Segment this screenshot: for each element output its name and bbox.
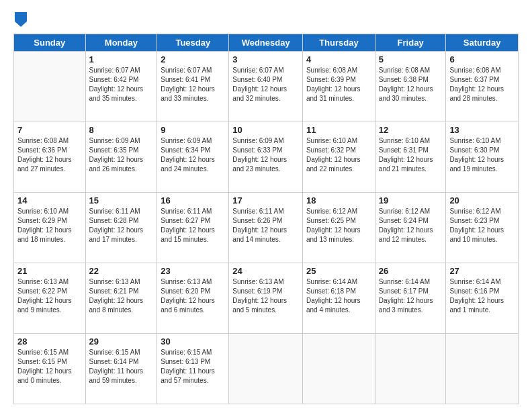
logo-icon [15, 12, 27, 27]
day-info: Sunrise: 6:08 AM Sunset: 6:37 PM Dayligh… [449, 66, 515, 103]
day-cell: 5Sunrise: 6:08 AM Sunset: 6:38 PM Daylig… [375, 52, 446, 122]
day-number: 20 [449, 195, 515, 205]
weekday-header-row: SundayMondayTuesdayWednesdayThursdayFrid… [14, 34, 519, 52]
day-number: 29 [89, 336, 154, 347]
day-info: Sunrise: 6:13 AM Sunset: 6:19 PM Dayligh… [232, 277, 299, 315]
day-cell: 8Sunrise: 6:09 AM Sunset: 6:35 PM Daylig… [85, 122, 157, 193]
weekday-header-saturday: Saturday [446, 34, 519, 52]
day-cell: 9Sunrise: 6:09 AM Sunset: 6:34 PM Daylig… [157, 122, 229, 193]
day-number: 19 [379, 195, 443, 205]
weekday-header-sunday: Sunday [14, 34, 86, 52]
day-cell [302, 334, 375, 404]
day-info: Sunrise: 6:15 AM Sunset: 6:13 PM Dayligh… [161, 348, 225, 385]
day-number: 21 [17, 266, 82, 276]
day-number: 10 [232, 125, 299, 135]
day-cell: 17Sunrise: 6:11 AM Sunset: 6:26 PM Dayli… [229, 193, 303, 263]
day-number: 14 [17, 195, 82, 205]
day-cell: 16Sunrise: 6:11 AM Sunset: 6:27 PM Dayli… [157, 193, 229, 263]
day-cell: 10Sunrise: 6:09 AM Sunset: 6:33 PM Dayli… [229, 122, 303, 193]
day-number: 6 [449, 54, 515, 64]
day-number: 11 [306, 125, 371, 135]
day-info: Sunrise: 6:14 AM Sunset: 6:18 PM Dayligh… [306, 277, 371, 315]
day-cell: 20Sunrise: 6:12 AM Sunset: 6:23 PM Dayli… [446, 193, 519, 263]
day-info: Sunrise: 6:07 AM Sunset: 6:40 PM Dayligh… [232, 66, 299, 103]
day-info: Sunrise: 6:15 AM Sunset: 6:14 PM Dayligh… [89, 348, 154, 385]
day-cell: 6Sunrise: 6:08 AM Sunset: 6:37 PM Daylig… [446, 52, 519, 122]
day-number: 7 [17, 125, 82, 135]
day-cell [375, 334, 446, 404]
day-number: 9 [161, 125, 225, 135]
day-info: Sunrise: 6:07 AM Sunset: 6:41 PM Dayligh… [161, 66, 225, 103]
week-row-3: 14Sunrise: 6:10 AM Sunset: 6:29 PM Dayli… [14, 193, 519, 263]
day-number: 27 [449, 266, 515, 276]
day-cell: 18Sunrise: 6:12 AM Sunset: 6:25 PM Dayli… [302, 193, 375, 263]
weekday-header-wednesday: Wednesday [229, 34, 303, 52]
day-info: Sunrise: 6:09 AM Sunset: 6:33 PM Dayligh… [232, 136, 299, 174]
week-row-2: 7Sunrise: 6:08 AM Sunset: 6:36 PM Daylig… [14, 122, 519, 193]
day-number: 3 [232, 54, 299, 64]
day-info: Sunrise: 6:12 AM Sunset: 6:23 PM Dayligh… [449, 207, 515, 244]
day-number: 12 [379, 125, 443, 135]
day-info: Sunrise: 6:11 AM Sunset: 6:28 PM Dayligh… [89, 207, 154, 244]
day-cell: 29Sunrise: 6:15 AM Sunset: 6:14 PM Dayli… [85, 334, 157, 404]
day-info: Sunrise: 6:11 AM Sunset: 6:26 PM Dayligh… [232, 207, 299, 244]
day-cell: 30Sunrise: 6:15 AM Sunset: 6:13 PM Dayli… [157, 334, 229, 404]
day-info: Sunrise: 6:15 AM Sunset: 6:15 PM Dayligh… [17, 348, 82, 385]
weekday-header-tuesday: Tuesday [157, 34, 229, 52]
day-info: Sunrise: 6:09 AM Sunset: 6:35 PM Dayligh… [89, 136, 154, 174]
day-info: Sunrise: 6:14 AM Sunset: 6:16 PM Dayligh… [449, 277, 515, 315]
week-row-5: 28Sunrise: 6:15 AM Sunset: 6:15 PM Dayli… [14, 334, 519, 404]
day-info: Sunrise: 6:13 AM Sunset: 6:20 PM Dayligh… [161, 277, 225, 315]
day-cell: 11Sunrise: 6:10 AM Sunset: 6:32 PM Dayli… [302, 122, 375, 193]
day-number: 16 [161, 195, 225, 205]
day-info: Sunrise: 6:11 AM Sunset: 6:27 PM Dayligh… [161, 207, 225, 244]
day-number: 24 [232, 266, 299, 276]
day-cell: 13Sunrise: 6:10 AM Sunset: 6:30 PM Dayli… [446, 122, 519, 193]
day-cell [14, 52, 86, 122]
day-cell: 7Sunrise: 6:08 AM Sunset: 6:36 PM Daylig… [14, 122, 86, 193]
day-info: Sunrise: 6:12 AM Sunset: 6:25 PM Dayligh… [306, 207, 371, 244]
day-cell: 2Sunrise: 6:07 AM Sunset: 6:41 PM Daylig… [157, 52, 229, 122]
day-cell: 1Sunrise: 6:07 AM Sunset: 6:42 PM Daylig… [85, 52, 157, 122]
day-number: 1 [89, 54, 154, 64]
day-info: Sunrise: 6:13 AM Sunset: 6:22 PM Dayligh… [17, 277, 82, 315]
weekday-header-thursday: Thursday [302, 34, 375, 52]
day-cell: 23Sunrise: 6:13 AM Sunset: 6:20 PM Dayli… [157, 263, 229, 334]
day-cell [229, 334, 303, 404]
day-number: 22 [89, 266, 154, 276]
day-number: 25 [306, 266, 371, 276]
header [13, 12, 519, 27]
day-cell: 22Sunrise: 6:13 AM Sunset: 6:21 PM Dayli… [85, 263, 157, 334]
day-cell: 3Sunrise: 6:07 AM Sunset: 6:40 PM Daylig… [229, 52, 303, 122]
day-number: 13 [449, 125, 515, 135]
day-info: Sunrise: 6:13 AM Sunset: 6:21 PM Dayligh… [89, 277, 154, 315]
day-info: Sunrise: 6:08 AM Sunset: 6:39 PM Dayligh… [306, 66, 371, 103]
day-info: Sunrise: 6:10 AM Sunset: 6:31 PM Dayligh… [379, 136, 443, 174]
day-cell: 19Sunrise: 6:12 AM Sunset: 6:24 PM Dayli… [375, 193, 446, 263]
day-cell: 27Sunrise: 6:14 AM Sunset: 6:16 PM Dayli… [446, 263, 519, 334]
day-info: Sunrise: 6:10 AM Sunset: 6:29 PM Dayligh… [17, 207, 82, 244]
day-number: 5 [379, 54, 443, 64]
day-info: Sunrise: 6:14 AM Sunset: 6:17 PM Dayligh… [379, 277, 443, 315]
day-number: 2 [161, 54, 225, 64]
day-cell [446, 334, 519, 404]
day-cell: 14Sunrise: 6:10 AM Sunset: 6:29 PM Dayli… [14, 193, 86, 263]
page: SundayMondayTuesdayWednesdayThursdayFrid… [0, 0, 532, 411]
day-number: 18 [306, 195, 371, 205]
weekday-header-friday: Friday [375, 34, 446, 52]
day-info: Sunrise: 6:08 AM Sunset: 6:36 PM Dayligh… [17, 136, 82, 174]
day-number: 17 [232, 195, 299, 205]
day-number: 23 [161, 266, 225, 276]
day-cell: 24Sunrise: 6:13 AM Sunset: 6:19 PM Dayli… [229, 263, 303, 334]
day-info: Sunrise: 6:12 AM Sunset: 6:24 PM Dayligh… [379, 207, 443, 244]
day-info: Sunrise: 6:10 AM Sunset: 6:32 PM Dayligh… [306, 136, 371, 174]
day-number: 28 [17, 336, 82, 347]
day-info: Sunrise: 6:08 AM Sunset: 6:38 PM Dayligh… [379, 66, 443, 103]
weekday-header-monday: Monday [85, 34, 157, 52]
week-row-4: 21Sunrise: 6:13 AM Sunset: 6:22 PM Dayli… [14, 263, 519, 334]
day-cell: 25Sunrise: 6:14 AM Sunset: 6:18 PM Dayli… [302, 263, 375, 334]
day-cell: 28Sunrise: 6:15 AM Sunset: 6:15 PM Dayli… [14, 334, 86, 404]
day-number: 26 [379, 266, 443, 276]
week-row-1: 1Sunrise: 6:07 AM Sunset: 6:42 PM Daylig… [14, 52, 519, 122]
logo [13, 12, 27, 27]
